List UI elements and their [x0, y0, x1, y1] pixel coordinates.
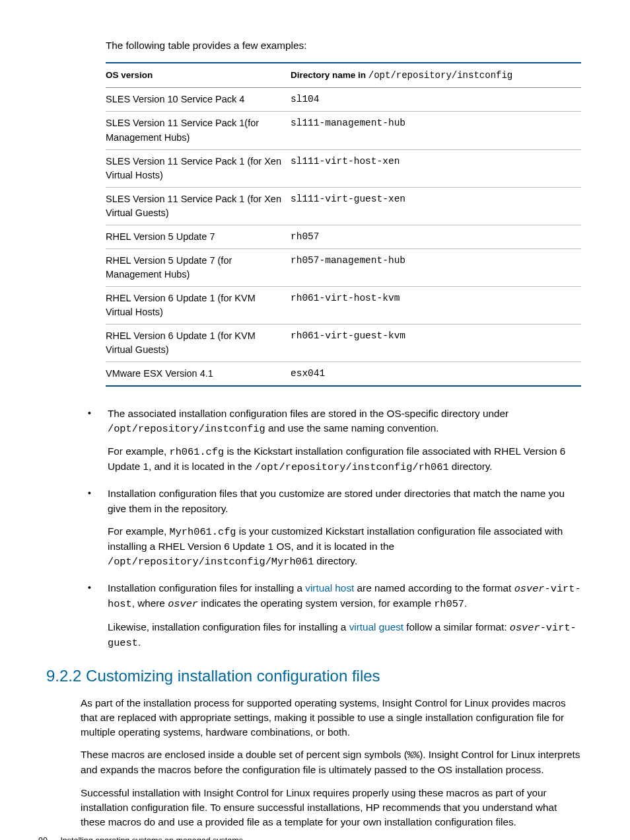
code-var: osver: [168, 598, 198, 610]
body-text: Likewise, installation configuration fil…: [108, 621, 349, 632]
body-text: directory.: [314, 555, 357, 566]
link-virtual-host[interactable]: virtual host: [305, 582, 354, 593]
code-example: rh057: [434, 598, 464, 610]
body-text: are named according to the format: [354, 582, 514, 593]
body-text: , where: [132, 597, 168, 609]
body-text: directory.: [449, 461, 493, 472]
body-text: These macros are enclosed inside a doubl…: [81, 749, 407, 760]
page-number: 90: [38, 836, 48, 840]
body-text: The associated installation configuratio…: [108, 408, 508, 419]
cell-directory-name: rh061-virt-host-kvm: [291, 286, 581, 324]
body-paragraph: Successful installation with Insight Con…: [81, 786, 584, 830]
body-text: .: [138, 636, 141, 648]
cell-os-version: SLES Version 11 Service Pack 1 (for Xen …: [106, 187, 291, 225]
table-header-os: OS version: [106, 63, 291, 88]
cell-os-version: SLES Version 11 Service Pack 1(for Manag…: [106, 112, 291, 149]
body-text: follow a similar format:: [403, 621, 510, 632]
cell-os-version: VMware ESX Version 4.1: [106, 362, 291, 386]
page: The following table provides a few examp…: [0, 0, 630, 840]
table-header-dir: Directory name in /opt/repository/instco…: [291, 63, 581, 88]
intro-paragraph: The following table provides a few examp…: [106, 38, 584, 53]
chapter-title: Installing operating systems on managed …: [60, 836, 243, 840]
body-paragraph: These macros are enclosed inside a doubl…: [81, 747, 584, 777]
cell-os-version: RHEL Version 6 Update 1 (for KVM Virtual…: [106, 324, 291, 362]
table-row: RHEL Version 6 Update 1 (for KVM Virtual…: [106, 286, 581, 324]
cell-directory-name: sl111-virt-guest-xen: [291, 187, 581, 225]
code-percent: %%: [407, 749, 419, 761]
code-path: /opt/repository/instconfig: [108, 423, 265, 435]
os-directory-table: OS version Directory name in /opt/reposi…: [106, 62, 581, 387]
code-filename: Myrh061.cfg: [170, 526, 236, 538]
body-text: Installation configuration files that yo…: [108, 486, 584, 515]
code-var: osver: [514, 583, 545, 595]
body-text: and use the same naming convention.: [265, 422, 439, 434]
cell-directory-name: rh057: [291, 225, 581, 248]
cell-directory-name: sl104: [291, 88, 581, 112]
cell-os-version: RHEL Version 6 Update 1 (for KVM Virtual…: [106, 286, 291, 324]
body-text: .: [464, 597, 467, 609]
code-path: /opt/repository/instconfig/rh061: [255, 461, 449, 473]
cell-directory-name: sl111-virt-host-xen: [291, 149, 581, 187]
table-row: SLES Version 11 Service Pack 1(for Manag…: [106, 112, 581, 149]
table-row: RHEL Version 6 Update 1 (for KVM Virtual…: [106, 324, 581, 362]
section-heading: 9.2.2 Customizing installation configura…: [46, 665, 584, 688]
table-row: SLES Version 11 Service Pack 1 (for Xen …: [106, 149, 581, 187]
cell-directory-name: esx041: [291, 362, 581, 386]
cell-os-version: SLES Version 10 Service Pack 4: [106, 88, 291, 112]
bulleted-list: The associated installation configuratio…: [88, 406, 584, 650]
list-item: The associated installation configuratio…: [88, 406, 584, 475]
code-path: /opt/repository/instconfig/Myrh061: [108, 556, 314, 568]
cell-os-version: RHEL Version 5 Update 7 (for Management …: [106, 248, 291, 286]
list-item: Installation configuration files for ins…: [88, 581, 584, 650]
body-text: indicates the operating system version, …: [198, 597, 434, 609]
table-row: VMware ESX Version 4.1esx041: [106, 362, 581, 386]
link-virtual-guest[interactable]: virtual guest: [349, 621, 403, 632]
cell-directory-name: rh057-management-hub: [291, 248, 581, 286]
body-text: For example,: [108, 445, 170, 457]
body-paragraph: As part of the installation process for …: [81, 696, 584, 740]
section-body: As part of the installation process for …: [81, 696, 584, 829]
cell-os-version: RHEL Version 5 Update 7: [106, 225, 291, 248]
table-row: SLES Version 11 Service Pack 1 (for Xen …: [106, 187, 581, 225]
table-row: RHEL Version 5 Update 7rh057: [106, 225, 581, 248]
cell-os-version: SLES Version 11 Service Pack 1 (for Xen …: [106, 149, 291, 187]
table-row: RHEL Version 5 Update 7 (for Management …: [106, 248, 581, 286]
table-header-dir-prefix: Directory name in: [291, 70, 368, 80]
cell-directory-name: rh061-virt-guest-kvm: [291, 324, 581, 362]
code-var: osver: [510, 622, 540, 634]
code-filename: rh061.cfg: [170, 446, 225, 458]
body-text: Installation configuration files for ins…: [108, 582, 305, 593]
list-item: Installation configuration files that yo…: [88, 486, 584, 569]
page-footer: 90 Installing operating systems on manag…: [38, 835, 243, 840]
body-text: For example,: [108, 525, 170, 537]
table-row: SLES Version 10 Service Pack 4sl104: [106, 88, 581, 112]
cell-directory-name: sl111-management-hub: [291, 112, 581, 149]
table-header-dir-path: /opt/repository/instconfig: [368, 70, 512, 81]
